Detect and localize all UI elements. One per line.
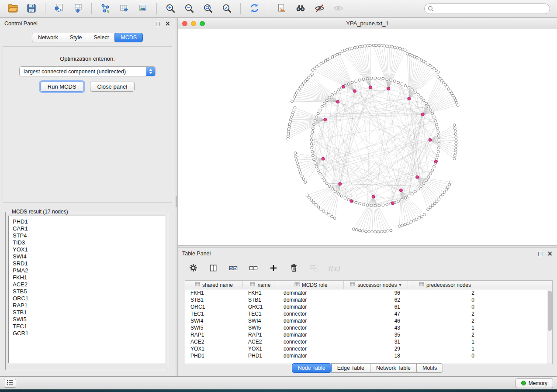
network-node[interactable] [313, 123, 315, 126]
network-node[interactable] [429, 109, 432, 111]
network-node[interactable] [427, 176, 430, 179]
network-node[interactable] [425, 179, 428, 182]
table-tab-node-table[interactable]: Node Table [292, 363, 332, 373]
network-node[interactable] [408, 195, 410, 197]
network-node[interactable] [386, 45, 388, 48]
network-node[interactable] [455, 145, 457, 148]
network-node[interactable] [408, 86, 410, 89]
network-node[interactable] [387, 230, 389, 232]
network-node[interactable] [404, 197, 407, 199]
task-history-button[interactable] [4, 379, 16, 388]
network-node[interactable] [436, 127, 439, 130]
network-node[interactable] [434, 120, 437, 122]
mcds-dominator-node[interactable] [391, 202, 394, 205]
mcds-result-item[interactable]: STB5 [13, 288, 161, 295]
show-details-button[interactable] [330, 2, 346, 16]
mcds-dominator-node[interactable] [350, 199, 353, 203]
network-node[interactable] [393, 80, 396, 83]
network-node[interactable] [415, 218, 418, 221]
network-node[interactable] [355, 229, 358, 231]
mcds-result-item[interactable]: CAR1 [13, 225, 161, 232]
network-node[interactable] [404, 84, 407, 87]
table-tab-edge-table[interactable]: Edge Table [331, 363, 370, 373]
maximize-window-icon[interactable] [200, 21, 205, 26]
network-node[interactable] [407, 222, 409, 224]
network-node[interactable] [414, 190, 417, 193]
network-node[interactable] [362, 203, 365, 206]
network-node[interactable] [454, 99, 457, 102]
network-node[interactable] [294, 152, 297, 155]
network-node[interactable] [341, 50, 343, 52]
column-header-predecessor-nodes[interactable]: predecessor nodes [408, 281, 482, 289]
network-node[interactable] [427, 105, 430, 108]
network-node[interactable] [331, 215, 333, 218]
network-node[interactable] [411, 89, 413, 91]
network-node[interactable] [320, 208, 322, 210]
network-node[interactable] [422, 99, 425, 102]
mcds-result-item[interactable]: RAP1 [13, 302, 161, 309]
network-node[interactable] [412, 220, 415, 222]
network-node[interactable] [301, 175, 304, 178]
network-node[interactable] [422, 182, 425, 185]
close-panel-icon[interactable]: × [165, 21, 170, 27]
delete-table-button[interactable] [308, 263, 319, 274]
network-node[interactable] [442, 193, 444, 196]
network-node[interactable] [457, 104, 459, 107]
network-node[interactable] [423, 213, 426, 216]
network-node[interactable] [331, 188, 334, 190]
column-header-successor-nodes[interactable]: successor nodes▾ [344, 281, 408, 289]
network-node[interactable] [321, 176, 323, 179]
network-node[interactable] [313, 158, 315, 161]
network-node[interactable] [321, 105, 323, 108]
network-node[interactable] [334, 91, 337, 93]
network-node[interactable] [359, 45, 361, 48]
table-row[interactable]: FKH1FKH1dominator962 [185, 289, 552, 296]
close-table-panel-icon[interactable]: × [547, 251, 553, 257]
table-row[interactable]: SWI5SWI5connector431 [185, 324, 552, 331]
export-table-button[interactable] [116, 2, 132, 16]
column-header-shared-name[interactable]: shared name [185, 281, 243, 289]
table-row[interactable]: TEC1TEC1connector472 [185, 310, 552, 317]
float-panel-icon[interactable]: □ [156, 21, 160, 26]
network-node[interactable] [355, 80, 357, 83]
network-node[interactable] [344, 197, 346, 199]
network-node[interactable] [397, 200, 400, 203]
network-node[interactable] [367, 45, 369, 47]
close-panel-button[interactable]: Close panel [90, 82, 135, 92]
network-node[interactable] [425, 102, 428, 105]
network-node[interactable] [433, 202, 436, 205]
export-image-button[interactable] [135, 2, 151, 16]
network-node[interactable] [437, 131, 439, 134]
network-node[interactable] [396, 47, 399, 49]
network-node[interactable] [311, 150, 314, 153]
open-session-button[interactable] [4, 2, 21, 16]
network-node[interactable] [361, 230, 364, 232]
network-node[interactable] [289, 120, 291, 123]
network-node[interactable] [296, 162, 299, 165]
network-node[interactable] [398, 225, 401, 227]
zoom-selected-button[interactable] [218, 2, 235, 16]
mcds-dominator-node[interactable] [342, 85, 345, 88]
network-node[interactable] [311, 135, 313, 138]
network-node[interactable] [287, 135, 289, 138]
mcds-dominator-node[interactable] [339, 182, 342, 186]
network-node[interactable] [453, 124, 456, 127]
network-node[interactable] [315, 165, 318, 168]
network-node[interactable] [433, 116, 436, 118]
network-node[interactable] [317, 169, 319, 172]
network-node[interactable] [377, 44, 380, 47]
network-node[interactable] [386, 203, 388, 206]
network-node[interactable] [450, 181, 452, 183]
zoom-in-button[interactable] [162, 2, 179, 16]
network-node[interactable] [388, 45, 391, 48]
mcds-result-item[interactable]: TEC1 [13, 323, 161, 330]
network-node[interactable] [374, 230, 377, 233]
table-tab-network-table[interactable]: Network Table [370, 363, 417, 373]
network-node[interactable] [436, 154, 439, 157]
network-node[interactable] [311, 127, 314, 130]
network-node[interactable] [437, 150, 439, 153]
network-node[interactable] [454, 133, 457, 135]
network-node[interactable] [325, 212, 328, 214]
network-node[interactable] [438, 198, 440, 200]
network-node[interactable] [378, 204, 381, 207]
